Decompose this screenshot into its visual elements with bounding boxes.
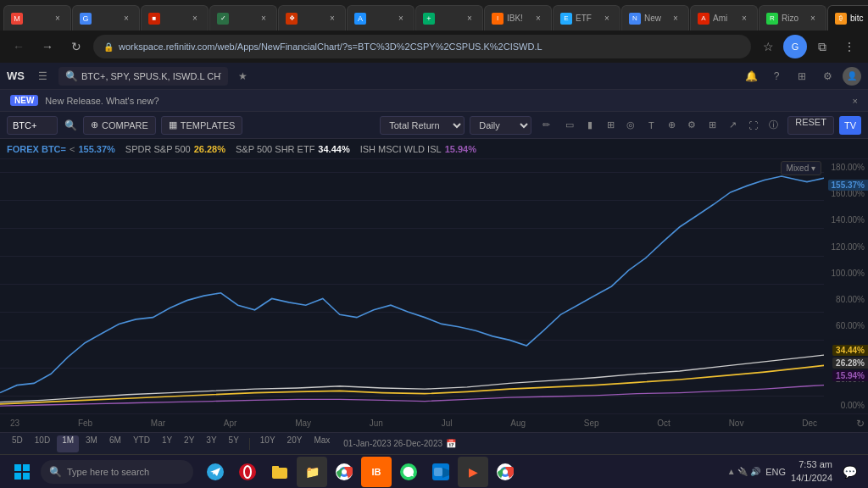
back-button[interactable]: ← bbox=[7, 35, 31, 58]
candle-icon[interactable]: ⊞ bbox=[601, 116, 620, 135]
app-search-box[interactable]: 🔍 bbox=[58, 67, 228, 86]
text-icon[interactable]: T bbox=[642, 116, 660, 135]
tab-close-a[interactable]: × bbox=[395, 13, 407, 25]
tab-g5[interactable]: ❖ × bbox=[278, 5, 346, 30]
user-avatar[interactable]: 👤 bbox=[843, 67, 861, 86]
menu-icon[interactable]: ⋮ bbox=[837, 35, 861, 58]
bookmark-icon[interactable]: ☆ bbox=[756, 35, 780, 58]
tab-favicon-a: A bbox=[354, 13, 366, 25]
period-2y[interactable]: 2Y bbox=[179, 435, 199, 452]
fullscreen-icon[interactable]: ⛶ bbox=[743, 116, 762, 135]
tab-plus[interactable]: + × bbox=[415, 5, 483, 30]
symbol-input[interactable] bbox=[7, 116, 58, 135]
settings2-icon[interactable]: ⚙ bbox=[682, 116, 701, 135]
start-button[interactable] bbox=[7, 457, 37, 487]
taskbar-app-files[interactable]: 📁 bbox=[297, 457, 327, 487]
profile-icon[interactable]: G bbox=[783, 35, 807, 58]
period-20y[interactable]: 20Y bbox=[282, 435, 308, 452]
taskbar: 🔍 Type here to search bbox=[0, 454, 868, 488]
forward-button[interactable]: → bbox=[36, 35, 59, 58]
period-10d[interactable]: 10D bbox=[30, 435, 55, 452]
tab-g4[interactable]: ✓ × bbox=[209, 5, 277, 30]
layout-icon[interactable]: ⊞ bbox=[792, 66, 812, 86]
menu-hamburger-icon[interactable]: ☰ bbox=[33, 66, 53, 86]
help-icon[interactable]: ? bbox=[766, 66, 787, 86]
period-10y[interactable]: 10Y bbox=[255, 435, 281, 452]
draw-icon[interactable]: ✏ bbox=[537, 116, 555, 135]
area-chart-icon[interactable]: ◎ bbox=[621, 116, 640, 135]
compare-button[interactable]: ⊕ COMPARE bbox=[83, 116, 156, 135]
tab-close-g5[interactable]: × bbox=[326, 13, 338, 25]
tab-bitcoinchart[interactable]: ₿ bitc × bbox=[827, 5, 868, 30]
period-3y[interactable]: 3Y bbox=[201, 435, 221, 452]
taskbar-app-whatsapp[interactable] bbox=[393, 457, 424, 487]
tab-close-g4[interactable]: × bbox=[258, 13, 270, 25]
taskbar-time[interactable]: 7:53 am 14/1/2024 bbox=[791, 458, 832, 485]
tab-ami[interactable]: A Ami × bbox=[690, 5, 758, 30]
share-icon[interactable]: ↗ bbox=[723, 116, 742, 135]
tab-rizo[interactable]: R Rizo × bbox=[759, 5, 826, 30]
tab-gmail[interactable]: M × bbox=[3, 5, 71, 30]
reload-button[interactable]: ↻ bbox=[64, 35, 88, 58]
x-label-may: May bbox=[295, 419, 311, 428]
tab-bar: M × G × ■ × ✓ × ❖ × A × + × I IBK! bbox=[0, 0, 868, 30]
taskbar-app-media[interactable]: ▶ bbox=[458, 457, 488, 487]
tab-close-ami[interactable]: × bbox=[738, 13, 750, 25]
notification-icon[interactable]: 💬 bbox=[837, 460, 861, 484]
tab-close-rizo[interactable]: × bbox=[807, 13, 819, 25]
tab-ibk[interactable]: I IBK! × bbox=[484, 5, 552, 30]
period-6m[interactable]: 6M bbox=[104, 435, 126, 452]
taskbar-app-opera[interactable] bbox=[232, 457, 263, 487]
bookmark-star-icon[interactable]: ★ bbox=[233, 66, 253, 86]
taskbar-app-outlook[interactable] bbox=[426, 457, 456, 487]
taskbar-app-folder[interactable] bbox=[264, 457, 295, 487]
tab-close-plus[interactable]: × bbox=[464, 13, 476, 25]
line-chart-icon[interactable]: ▭ bbox=[560, 116, 579, 135]
period-divider bbox=[249, 438, 250, 450]
tab-close-g3[interactable]: × bbox=[189, 13, 201, 25]
period-ytd[interactable]: YTD bbox=[128, 435, 155, 452]
tab-g2[interactable]: G × bbox=[72, 5, 140, 30]
period-5y[interactable]: 5Y bbox=[224, 435, 244, 452]
mixed-dropdown[interactable]: Mixed ▾ bbox=[781, 161, 821, 175]
templates-button[interactable]: ▦ TEMPLATES bbox=[161, 116, 243, 135]
symbol-search-icon[interactable]: 🔍 bbox=[63, 118, 78, 133]
tab-close-new[interactable]: × bbox=[670, 13, 682, 25]
tab-close-ibk[interactable]: × bbox=[532, 13, 544, 25]
taskbar-app-chrome[interactable] bbox=[329, 457, 359, 487]
tab-close-etf[interactable]: × bbox=[601, 13, 613, 25]
period-1m[interactable]: 1M bbox=[57, 435, 79, 452]
taskbar-app-chrome2[interactable] bbox=[490, 457, 520, 487]
tab-new[interactable]: N New × bbox=[621, 5, 689, 30]
taskbar-search-box[interactable]: 🔍 Type here to search bbox=[41, 460, 193, 484]
taskbar-app-ibkr[interactable]: IB bbox=[361, 457, 392, 487]
bar-chart-icon[interactable]: ▮ bbox=[581, 116, 599, 135]
tab-favicon-ibk: I bbox=[492, 13, 504, 25]
return-type-select[interactable]: Total Return Price Return bbox=[380, 116, 465, 135]
period-max[interactable]: Max bbox=[309, 435, 335, 452]
tab-close-gmail[interactable]: × bbox=[52, 13, 64, 25]
banner-close-button[interactable]: × bbox=[853, 96, 858, 106]
period-3m[interactable]: 3M bbox=[81, 435, 103, 452]
reset-button[interactable]: RESET bbox=[787, 116, 834, 135]
tab-a[interactable]: A × bbox=[347, 5, 415, 30]
period-1y[interactable]: 1Y bbox=[157, 435, 177, 452]
grid-icon[interactable]: ⊞ bbox=[703, 116, 721, 135]
tab-close-g2[interactable]: × bbox=[120, 13, 132, 25]
address-bar[interactable]: 🔒 workspace.refinitiv.com/web/Apps/NewFi… bbox=[93, 35, 751, 58]
app-search-input[interactable] bbox=[81, 71, 221, 81]
bell-icon[interactable]: 🔔 bbox=[741, 66, 761, 86]
settings-icon[interactable]: ⚙ bbox=[817, 66, 837, 86]
info-icon[interactable]: ⓘ bbox=[764, 116, 782, 135]
period-select[interactable]: Daily Weekly Monthly bbox=[470, 116, 531, 135]
calendar-icon[interactable]: 📅 bbox=[446, 439, 456, 448]
extensions-icon[interactable]: ⧉ bbox=[810, 35, 834, 58]
tab-etf[interactable]: E ETF × bbox=[553, 5, 620, 30]
period-5d[interactable]: 5D bbox=[7, 435, 28, 452]
taskbar-app-telegram[interactable] bbox=[200, 457, 231, 487]
tab-g3[interactable]: ■ × bbox=[141, 5, 209, 30]
legend-label-ish: ISH MSCI WLD ISL bbox=[360, 144, 442, 154]
zoom-icon[interactable]: ⊕ bbox=[662, 116, 681, 135]
refresh-icon[interactable]: ↻ bbox=[856, 418, 865, 430]
tv-button[interactable]: TV bbox=[839, 116, 861, 135]
